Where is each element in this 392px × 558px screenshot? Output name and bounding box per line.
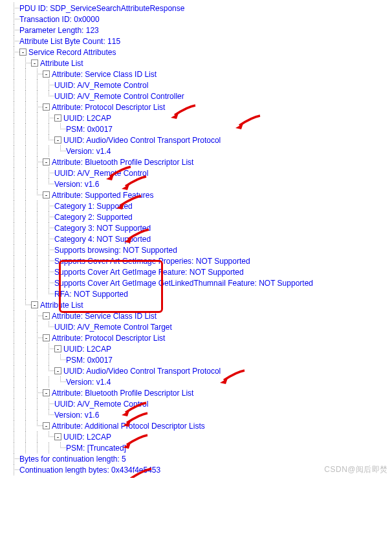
- collapse-icon[interactable]: -: [54, 367, 61, 374]
- feature-browsing: Supports browsing: NOT Supported: [8, 244, 392, 255]
- collapse-icon[interactable]: -: [54, 136, 61, 144]
- service-record-attributes[interactable]: -Service Record Attributes: [8, 47, 392, 58]
- watermark: CSDN@阅后即焚: [324, 464, 388, 475]
- collapse-icon[interactable]: -: [54, 433, 61, 440]
- param-length: Parameter Length: 123: [8, 25, 392, 36]
- avctp-version: Version: v1.4: [8, 145, 392, 156]
- uuid-l2cap[interactable]: -UUID: L2CAP: [8, 113, 392, 123]
- uuid-av-remote-control-target: UUID: A/V_Remote Control Target: [8, 321, 392, 332]
- attr-protocol-descriptor-list[interactable]: -Attribute: Protocol Descriptor List: [8, 332, 392, 343]
- attr-protocol-descriptor-list[interactable]: -Attribute: Protocol Descriptor List: [8, 102, 392, 113]
- feature-rfa: RFA: NOT Supported: [8, 288, 392, 299]
- feature-category-2: Category 2: Supported: [8, 211, 392, 222]
- collapse-icon[interactable]: -: [19, 48, 27, 56]
- continuation-length: Bytes for continuation length: 5: [8, 453, 392, 464]
- collapse-icon[interactable]: -: [54, 114, 61, 122]
- profile-version: Version: v1.6: [8, 409, 392, 420]
- collapse-icon[interactable]: -: [54, 345, 61, 352]
- transaction-id: Transaction ID: 0x0000: [8, 14, 392, 25]
- collapse-icon[interactable]: -: [31, 301, 38, 308]
- collapse-icon[interactable]: -: [43, 334, 50, 341]
- attr-supported-features[interactable]: -Attribute: Supported Features: [8, 189, 392, 200]
- feature-coverart-getimage-properties: Supports Cover Art GetImage Properies: N…: [8, 255, 392, 266]
- collapse-icon[interactable]: -: [31, 59, 38, 67]
- uuid-av-remote-control: UUID: A/V_Remote Control: [8, 167, 392, 178]
- attr-bt-profile-descriptor-list[interactable]: -Attribute: Bluetooth Profile Descriptor…: [8, 387, 392, 398]
- attr-service-class-id-list[interactable]: -Attribute: Service Class ID List: [8, 69, 392, 80]
- attr-bt-profile-descriptor-list[interactable]: -Attribute: Bluetooth Profile Descriptor…: [8, 156, 392, 167]
- collapse-icon[interactable]: -: [43, 70, 50, 78]
- pdu-id: PDU ID: SDP_ServiceSearchAttributeRespon…: [8, 3, 392, 14]
- collapse-icon[interactable]: -: [43, 422, 50, 429]
- attr-byte-count: Attribute List Byte Count: 115: [8, 36, 392, 47]
- collapse-icon[interactable]: -: [43, 312, 50, 319]
- attr-list-1[interactable]: -Attribute List: [8, 58, 392, 69]
- feature-coverart-getimage-linkedthumbnail: Supports Cover Art GetImage GetLinkedThu…: [8, 277, 392, 288]
- attr-service-class-id-list[interactable]: -Attribute: Service Class ID List: [8, 310, 392, 321]
- collapse-icon[interactable]: -: [43, 103, 50, 111]
- psm-truncated: PSM: [Truncated]: [8, 442, 392, 453]
- psm-value: PSM: 0x0017: [8, 123, 392, 134]
- uuid-l2cap[interactable]: -UUID: L2CAP: [8, 343, 392, 354]
- attr-additional-protocol-descriptor-lists[interactable]: -Attribute: Additional Protocol Descript…: [8, 420, 392, 431]
- collapse-icon[interactable]: -: [43, 389, 50, 396]
- uuid-av-remote-control-controller: UUID: A/V_Remote Control Controller: [8, 91, 392, 102]
- collapse-icon[interactable]: -: [43, 191, 50, 199]
- feature-coverart-getimage-feature: Supports Cover Art GetImage Feature: NOT…: [8, 266, 392, 277]
- psm-value: PSM: 0x0017: [8, 354, 392, 365]
- feature-category-1: Category 1: Supported: [8, 200, 392, 211]
- feature-category-4: Category 4: NOT Supported: [8, 233, 392, 244]
- uuid-av-remote-control: UUID: A/V_Remote Control: [8, 80, 392, 91]
- avctp-version: Version: v1.4: [8, 376, 392, 387]
- collapse-icon[interactable]: -: [43, 158, 50, 166]
- uuid-l2cap[interactable]: -UUID: L2CAP: [8, 431, 392, 442]
- uuid-av-remote-control: UUID: A/V_Remote Control: [8, 398, 392, 409]
- profile-version: Version: v1.6: [8, 178, 392, 189]
- feature-category-3: Category 3: NOT Supported: [8, 222, 392, 233]
- uuid-avctp[interactable]: -UUID: Audio/Video Control Transport Pro…: [8, 365, 392, 376]
- attr-list-2[interactable]: -Attribute List: [8, 299, 392, 310]
- uuid-avctp[interactable]: -UUID: Audio/Video Control Transport Pro…: [8, 134, 392, 145]
